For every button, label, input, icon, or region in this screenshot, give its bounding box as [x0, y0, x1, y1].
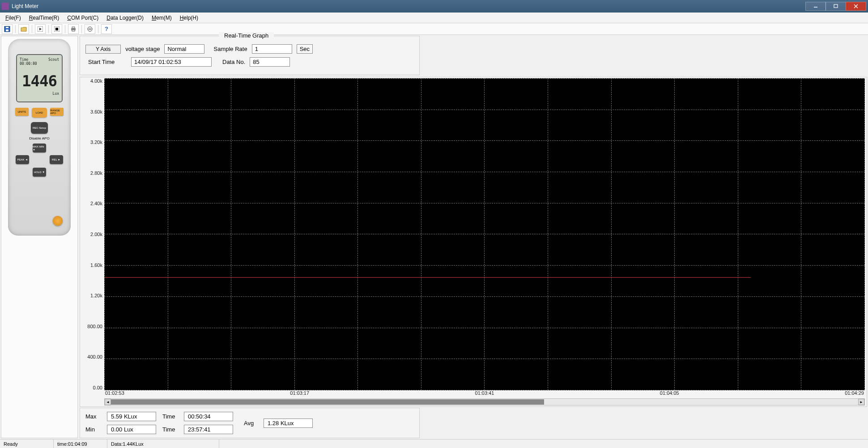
sample-rate-label: Sample Rate — [213, 46, 247, 52]
chart-x-axis: 01:02:53 01:03:17 01:03:41 01:04:05 01:0… — [104, 390, 865, 398]
device-rec-button[interactable]: REC Setup — [31, 122, 48, 134]
status-data: Data:1.44KLux — [107, 440, 219, 448]
start-time-field[interactable]: 14/09/17 01:02:53 — [131, 57, 212, 67]
svg-marker-8 — [39, 28, 42, 30]
realtime-controls-group: Real-Time Graph Y Axis voltage stage Nor… — [80, 36, 420, 75]
device-lcd: TimeScout 00:00:80 1446 Lux — [16, 54, 63, 102]
voltage-stage-label: voltage stage — [125, 46, 160, 52]
device-apo-label: Disable APO — [8, 136, 71, 140]
menu-bar: File(F) RealTime(R) COM Port(C) Data Log… — [0, 13, 868, 23]
min-label: Min — [85, 426, 101, 433]
chart-trace — [104, 277, 751, 278]
chart-plot[interactable] — [104, 78, 865, 390]
device-maxmin-button[interactable]: MAX MIN ▲ — [33, 144, 46, 152]
start-time-label: Start Time — [88, 59, 127, 65]
sample-rate-field[interactable]: 1 — [252, 44, 292, 54]
scroll-left-icon[interactable]: ◄ — [105, 399, 111, 405]
device-units-button[interactable]: UNITS — [15, 108, 29, 116]
svg-rect-1 — [834, 4, 838, 8]
stop-icon[interactable] — [51, 24, 62, 34]
device-image: TimeScout 00:00:80 1446 Lux UNITS LOAD R… — [8, 39, 71, 236]
device-hold-button[interactable]: HOLD ▼ — [33, 168, 46, 177]
sample-rate-unit: Sec — [297, 44, 313, 54]
save-icon[interactable] — [2, 24, 13, 34]
max-label: Max — [85, 413, 101, 420]
device-peak-button[interactable]: PEAK ◄ — [16, 155, 29, 164]
app-icon — [2, 3, 9, 10]
device-power-button[interactable] — [53, 216, 63, 226]
chart-y-axis: 4.00k 3.60k 3.20k 2.80k 2.40k 2.00k 1.60… — [81, 78, 104, 390]
stats-panel: Max 5.59 KLux Time 00:50:34 Min 0.00 Lux… — [80, 408, 420, 438]
min-time-value: 23:57:41 — [184, 425, 233, 434]
status-time: time:01:04:09 — [54, 440, 107, 448]
menu-comport[interactable]: COM Port(C) — [64, 14, 102, 22]
menu-help[interactable]: Help(H) — [176, 14, 202, 22]
max-time-value: 00:50:34 — [184, 412, 233, 421]
min-value: 0.00 Lux — [107, 425, 156, 434]
toolbar: ? — [0, 23, 868, 35]
device-reading: 1446 — [20, 72, 59, 90]
status-ready: Ready — [0, 440, 54, 448]
voltage-stage-field[interactable]: Normal — [164, 44, 204, 54]
device-sidebar: TimeScout 00:00:80 1446 Lux UNITS LOAD R… — [1, 36, 78, 438]
title-bar: Light Meter — [0, 0, 868, 13]
svg-rect-5 — [6, 30, 9, 31]
minimize-button[interactable] — [805, 2, 826, 11]
data-no-field[interactable]: 85 — [250, 57, 290, 67]
device-load-button[interactable]: LOAD — [32, 108, 47, 118]
scroll-thumb[interactable] — [111, 399, 544, 405]
svg-rect-12 — [72, 27, 75, 28]
max-value: 5.59 KLux — [107, 412, 156, 421]
svg-rect-10 — [55, 28, 58, 30]
data-no-label: Data No. — [222, 59, 245, 65]
menu-datalogger[interactable]: Data Logger(D) — [103, 14, 147, 22]
close-button[interactable] — [846, 2, 866, 11]
device-range-button[interactable]: RANGE APO — [50, 108, 64, 116]
chart-scrollbar[interactable]: ◄ ► — [104, 398, 865, 406]
svg-rect-6 — [6, 27, 9, 28]
help-icon[interactable]: ? — [101, 24, 112, 34]
chart-area: 4.00k 3.60k 3.20k 2.80k 2.40k 2.00k 1.60… — [80, 77, 867, 407]
print-icon[interactable] — [68, 24, 79, 34]
avg-value: 1.28 KLux — [264, 418, 313, 428]
avg-label: Avg — [244, 420, 259, 427]
min-time-label: Time — [162, 426, 178, 433]
device-rel-button[interactable]: REL ► — [50, 155, 63, 164]
zoom-out-icon[interactable] — [85, 24, 95, 34]
yaxis-button[interactable]: Y Axis — [85, 45, 121, 54]
group-legend: Real-Time Graph — [219, 32, 274, 39]
window-title: Light Meter — [12, 3, 806, 9]
svg-rect-13 — [72, 30, 75, 31]
menu-mem[interactable]: Mem(M) — [148, 14, 175, 22]
scroll-right-icon[interactable]: ► — [858, 399, 864, 405]
menu-file[interactable]: File(F) — [2, 14, 25, 22]
play-icon[interactable] — [35, 24, 46, 34]
status-bar: Ready time:01:04:09 Data:1.44KLux — [0, 439, 868, 448]
open-icon[interactable] — [18, 24, 29, 34]
maximize-button[interactable] — [825, 2, 846, 11]
menu-realtime[interactable]: RealTime(R) — [26, 14, 63, 22]
max-time-label: Time — [162, 413, 178, 420]
